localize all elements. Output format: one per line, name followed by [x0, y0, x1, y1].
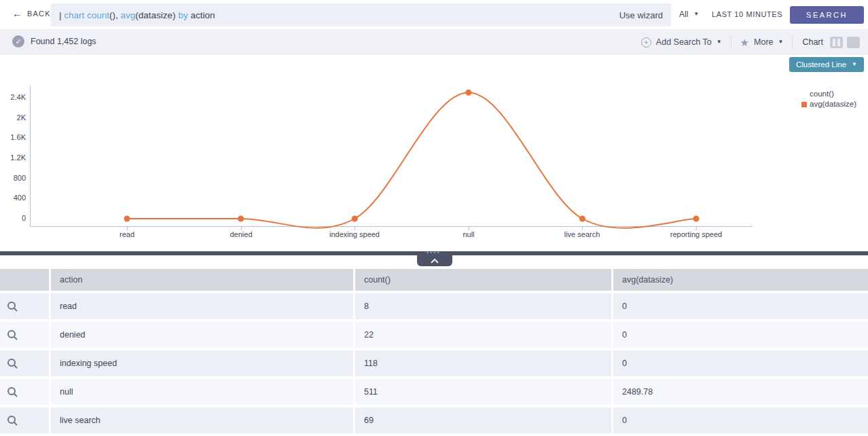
back-button[interactable]: ← BACK [12, 8, 51, 18]
x-axis-label: reporting speed [649, 230, 744, 238]
header-cell-avg: avg(datasize) [613, 269, 868, 291]
cell-action: read [51, 293, 353, 319]
search-row-icon[interactable] [7, 386, 18, 398]
data-point[interactable] [124, 216, 130, 222]
y-axis-tick: 1.6K [0, 133, 26, 141]
chart-view-label: Chart [802, 37, 823, 47]
table-row[interactable]: live search 69 0 [0, 407, 868, 433]
use-wizard-link[interactable]: Use wizard [619, 10, 663, 20]
cell-count: 22 [355, 322, 611, 348]
header-cell-action: action [51, 269, 353, 291]
x-axis-label: live search [535, 230, 630, 238]
x-axis-label: denied [194, 230, 289, 238]
cell-action: null [51, 379, 353, 405]
chevron-down-icon: ▼ [693, 12, 699, 17]
header-cell-count: count() [355, 269, 611, 291]
y-axis-tick: 1.2K [0, 153, 26, 162]
table-row[interactable]: null 511 2489.78 [0, 379, 868, 405]
star-icon: ★ [740, 37, 749, 48]
y-axis-tick: 400 [0, 194, 26, 202]
data-point[interactable] [579, 216, 585, 222]
chart-legend: count() avg(datasize) [801, 89, 856, 109]
x-axis-label: indexing speed [307, 230, 402, 238]
back-arrow-icon: ← [12, 8, 22, 18]
x-axis-label: read [79, 230, 175, 238]
check-circle-icon: ✓ [12, 35, 24, 48]
data-points [124, 90, 700, 222]
cell-count: 8 [355, 293, 611, 319]
legend-item-count[interactable]: count() [801, 89, 856, 99]
log-search-app: ← BACK | chart count(), avg(datasize) by… [0, 0, 868, 436]
legend-swatch-hidden [801, 92, 807, 97]
chart-plot-svg [0, 54, 868, 251]
time-range-dropdown[interactable]: LAST 10 MINUTES ▼ [712, 10, 794, 18]
x-axis-label: null [421, 230, 516, 238]
cell-count: 69 [355, 407, 611, 433]
header-cell-empty [0, 269, 49, 291]
search-button[interactable]: SEARCH [790, 6, 864, 24]
cell-avg: 0 [613, 350, 868, 376]
data-point[interactable] [352, 216, 358, 222]
top-bar: ← BACK | chart count(), avg(datasize) by… [0, 0, 868, 30]
table-row[interactable]: read 8 0 [0, 293, 868, 319]
search-row-icon[interactable] [7, 301, 18, 312]
cell-avg: 0 [613, 322, 868, 348]
add-search-to-dropdown[interactable]: + Add Search To ▼ [632, 37, 731, 48]
found-status: ✓ Found 1,452 logs [12, 35, 96, 48]
grid-view-icon[interactable] [847, 37, 860, 48]
found-label: Found 1,452 logs [31, 37, 96, 46]
avg-datasize-line [127, 92, 696, 228]
chevron-up-icon [430, 258, 439, 264]
drag-dots-icon: •••• [427, 251, 441, 255]
search-row-icon[interactable] [7, 358, 18, 369]
chevron-down-icon: ▼ [778, 39, 784, 45]
scope-dropdown[interactable]: All ▼ [679, 10, 699, 19]
search-query-input[interactable]: | chart count(), avg(datasize) by action… [51, 3, 671, 26]
table-row[interactable]: indexing speed 118 0 [0, 350, 868, 376]
plus-circle-icon: + [641, 37, 651, 48]
cell-avg: 0 [613, 293, 868, 319]
cell-action: live search [51, 407, 353, 433]
chart-panel: Clustered Line ▼ count() avg(datasize) 2… [0, 54, 868, 251]
chevron-down-icon: ▼ [717, 39, 722, 45]
more-dropdown[interactable]: ★ More ▼ [731, 37, 793, 48]
table-row[interactable]: denied 22 0 [0, 322, 868, 348]
cell-avg: 2489.78 [613, 379, 868, 405]
y-axis-tick: 0 [0, 214, 26, 222]
cell-count: 118 [355, 350, 611, 376]
query-text: | chart count(), avg(datasize) by action [59, 10, 619, 20]
chart-type-dropdown[interactable]: Clustered Line ▼ [789, 57, 864, 72]
search-row-icon[interactable] [7, 329, 18, 341]
search-row-icon[interactable] [7, 415, 18, 426]
collapse-panel-button[interactable] [417, 255, 452, 266]
data-point[interactable] [238, 216, 244, 222]
chart-view-icon[interactable] [830, 37, 843, 48]
cell-action: denied [51, 322, 353, 348]
results-table: action count() avg(datasize) read 8 0 de… [0, 269, 868, 436]
status-bar: ✓ Found 1,452 logs + Add Search To ▼ ★ M… [0, 30, 868, 54]
y-axis-tick: 2.4K [0, 93, 26, 101]
chevron-down-icon: ▼ [852, 62, 857, 67]
view-toggle-group: Chart [793, 37, 863, 48]
cell-avg: 0 [613, 407, 868, 433]
back-label: BACK [27, 10, 51, 18]
legend-swatch-orange-icon [801, 102, 807, 107]
y-axis-tick: 2K [0, 113, 26, 122]
data-point[interactable] [693, 216, 700, 222]
cell-count: 511 [355, 379, 611, 405]
y-axis-tick: 800 [0, 174, 26, 182]
legend-item-avg-datasize[interactable]: avg(datasize) [801, 99, 856, 109]
table-header-row: action count() avg(datasize) [0, 269, 868, 291]
data-point[interactable] [465, 90, 471, 96]
cell-action: indexing speed [51, 350, 353, 376]
